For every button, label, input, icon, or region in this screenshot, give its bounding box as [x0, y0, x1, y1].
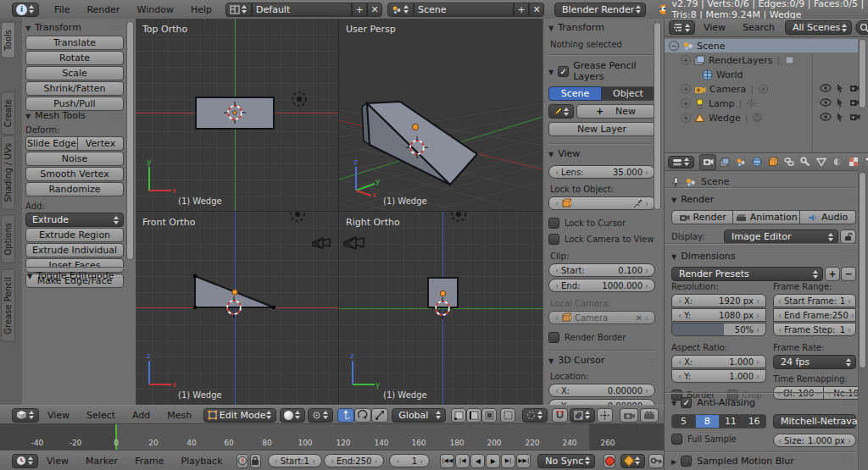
tab-create[interactable]: Create — [1, 91, 15, 135]
lock-frame-range-button[interactable] — [250, 454, 261, 468]
panel-grip-icon[interactable] — [845, 252, 856, 261]
panel-grip-icon[interactable] — [845, 196, 856, 204]
editor-type-3dview-dropdown[interactable] — [12, 408, 39, 423]
menu-mesh[interactable]: Mesh — [159, 410, 200, 421]
editor-type-properties-dropdown[interactable] — [668, 156, 694, 169]
lens-field[interactable]: Lens:35.000 — [548, 165, 655, 179]
aa-samples-5-button[interactable]: 5 — [671, 414, 696, 429]
expand-circle-icon[interactable]: + — [681, 55, 691, 65]
opengl-render-button[interactable] — [620, 408, 638, 423]
jump-to-end-button[interactable]: ▶▶| — [516, 454, 531, 468]
toggle-editmode-panel-header[interactable]: Toggle Editmode — [27, 270, 127, 281]
clip-end-field[interactable]: End:1000.000 — [548, 279, 655, 292]
screen-layout-browse-button[interactable] — [225, 3, 252, 17]
clip-start-field[interactable]: Start:0.100 — [548, 263, 655, 277]
scale-button[interactable]: Scale — [25, 66, 124, 80]
viewport-front-ortho[interactable]: zx Front Ortho (1) Wedge — [136, 212, 338, 405]
frame-step-field[interactable]: Frame Step:1 — [773, 323, 856, 336]
edge-select-button[interactable] — [466, 408, 481, 423]
slide-vertex-button[interactable]: Vertex — [78, 136, 124, 151]
menu-view[interactable]: View — [39, 410, 78, 421]
tab-grease-pencil[interactable]: Grease Pencil — [1, 269, 15, 342]
selectable-arrow-icon[interactable] — [836, 97, 844, 108]
resolution-x-field[interactable]: X:1920 px — [671, 294, 766, 307]
shrink-fatten-button[interactable]: Shrink/Fatten — [25, 81, 124, 96]
tab-texture[interactable] — [846, 155, 861, 169]
hide-eye-icon[interactable] — [820, 98, 832, 107]
panel-grip-icon[interactable] — [845, 457, 856, 466]
expand-circle-icon[interactable]: + — [681, 98, 691, 108]
manipulator-translate-button[interactable] — [337, 408, 354, 423]
end-frame-field[interactable]: End Frame:250 — [773, 308, 856, 322]
manipulator-scale-button[interactable] — [371, 408, 388, 423]
anti-aliasing-panel-header[interactable]: Anti-Aliasing — [671, 397, 856, 408]
gp-new-button[interactable]: +New — [576, 104, 655, 119]
snap-element-dropdown[interactable] — [570, 408, 595, 423]
occlude-geometry-button[interactable] — [500, 408, 515, 423]
cursor-x-field[interactable]: X:0.00000 — [548, 384, 655, 397]
transform-orientation-dropdown[interactable]: Global — [392, 408, 446, 423]
properties-scrollbar[interactable] — [859, 172, 866, 368]
screen-layout-name-field[interactable]: Default — [252, 3, 352, 17]
selectable-arrow-icon[interactable] — [836, 83, 844, 93]
hide-eye-icon[interactable] — [820, 113, 832, 121]
tab-render-layers[interactable] — [717, 155, 732, 169]
scene-add-button[interactable]: + — [514, 3, 529, 17]
sampled-motion-blur-checkbox[interactable] — [681, 456, 692, 467]
mesh-tools-panel-header[interactable]: Mesh Tools — [25, 110, 124, 121]
panel-grip-icon[interactable] — [845, 399, 856, 407]
render-restrict-icon[interactable] — [849, 113, 860, 121]
keying-set-button[interactable] — [648, 454, 664, 468]
preset-remove-button[interactable]: − — [841, 267, 856, 281]
slide-edge-button[interactable]: Slide Edge — [25, 136, 78, 151]
gp-source-scene-toggle[interactable]: Scene — [548, 86, 602, 101]
editor-type-info-dropdown[interactable]: i — [12, 3, 39, 17]
record-button[interactable] — [604, 454, 615, 468]
proportional-edit-dropdown[interactable] — [522, 408, 548, 423]
preset-add-button[interactable]: + — [825, 267, 840, 281]
menu-marker[interactable]: Marker — [77, 456, 126, 467]
npanel-view-header[interactable]: View — [548, 148, 655, 159]
menu-help[interactable]: Help — [182, 4, 220, 15]
viewport-user-persp[interactable]: zyx User Persp (1) Wedge — [339, 19, 542, 211]
tree-row-renderlayers[interactable]: + RenderLayers | — [676, 53, 858, 67]
menu-view[interactable]: View — [695, 22, 734, 33]
screen-layout-add-button[interactable]: + — [352, 3, 367, 17]
outliner-search-field[interactable] — [855, 20, 868, 35]
panel-grip-icon[interactable] — [116, 272, 127, 280]
gp-new-layer-button[interactable]: New Layer — [548, 122, 655, 136]
lock-to-cursor-checkbox[interactable] — [548, 218, 559, 229]
extrude-region-button[interactable]: Extrude Region — [25, 228, 124, 242]
tab-object[interactable] — [765, 155, 781, 169]
tab-material[interactable] — [830, 155, 845, 169]
opengl-render-animation-button[interactable] — [640, 408, 659, 423]
collapse-circle-icon[interactable]: − — [669, 41, 679, 51]
lamp-object-icon[interactable] — [290, 90, 309, 108]
tab-particles[interactable] — [862, 155, 868, 169]
hide-eye-icon[interactable] — [820, 84, 832, 92]
screen-layout-delete-button[interactable]: ✕ — [367, 3, 382, 17]
push-pull-button[interactable]: Push/Pull — [25, 97, 124, 111]
tab-modifiers[interactable] — [798, 155, 813, 169]
menu-playback[interactable]: Playback — [172, 456, 231, 467]
start-frame-field[interactable]: Start Frame:1 — [773, 294, 856, 307]
outliner-scope-dropdown[interactable]: All Scenes — [785, 20, 852, 35]
aspect-y-field[interactable]: Y:1.000 — [671, 369, 766, 383]
menu-window[interactable]: Window — [129, 4, 182, 15]
menu-select[interactable]: Select — [78, 410, 124, 421]
aa-samples-16-button[interactable]: 16 — [743, 414, 766, 429]
face-select-button[interactable] — [481, 408, 497, 423]
pin-icon[interactable] — [671, 177, 680, 187]
menu-frame[interactable]: Frame — [126, 456, 172, 467]
tree-row-world[interactable]: World — [688, 68, 858, 81]
expand-circle-icon[interactable]: + — [681, 84, 691, 94]
local-camera-field[interactable]: Camera ✕ — [548, 311, 655, 324]
clear-icon[interactable]: ✕ — [636, 313, 643, 323]
dimensions-panel-header[interactable]: Dimensions — [671, 251, 868, 262]
autokey-mode-dropdown[interactable] — [620, 454, 645, 468]
npanel-3d-cursor-header[interactable]: 3D Cursor — [548, 355, 655, 366]
scene-name-field[interactable]: Scene — [414, 3, 514, 17]
play-reverse-button[interactable]: ◀ — [470, 454, 485, 468]
grease-pencil-layers-header[interactable]: Grease Pencil Layers — [548, 60, 655, 82]
mode-dropdown[interactable]: Edit Mode — [203, 408, 276, 423]
